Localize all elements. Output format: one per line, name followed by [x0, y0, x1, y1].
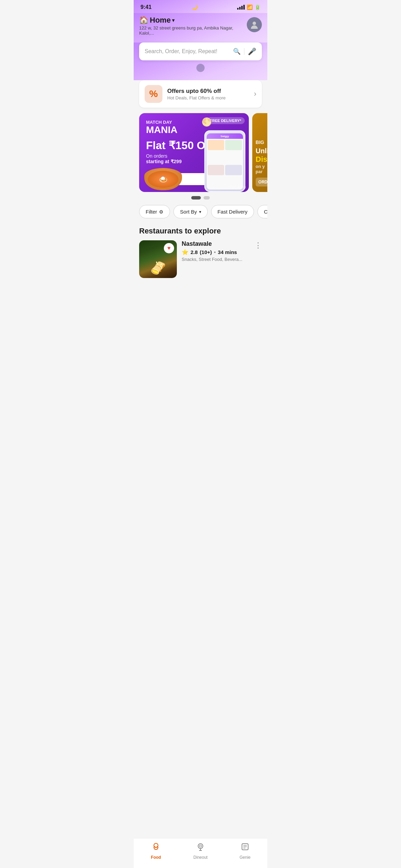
battery-icon: 🔋 [255, 4, 260, 10]
review-count: (10+) [200, 249, 212, 255]
restaurant-image: 🫔 ♥ [139, 240, 177, 278]
phone-screen-bar: Swiggy [207, 133, 243, 139]
dis-text: Dis [256, 155, 267, 164]
svg-point-0 [253, 22, 256, 25]
star-icon: ⭐ [182, 249, 189, 255]
offers-icon-wrap: % [145, 85, 162, 103]
cuisines-label: Cuisines [264, 209, 267, 215]
status-time: 9:41 [141, 4, 151, 10]
restaurant-card[interactable]: 🫔 ♥ Nastawale ⭐ 2.8 (10+) • 34 mins Snac… [134, 240, 267, 285]
header: 🏠 Home ▾ 122 w, 32 street greens burg pa… [134, 13, 267, 43]
favorite-button[interactable]: ♥ [164, 243, 174, 253]
offers-percent-icon: % [149, 88, 158, 99]
main-content: % Offers upto 60% off Hot Deals, Flat Of… [134, 80, 267, 319]
phone-screen: Swiggy [207, 133, 243, 190]
location-title[interactable]: 🏠 Home ▾ [139, 16, 235, 25]
search-placeholder: Search, Order, Enjoy, Repeat! [145, 48, 230, 55]
sort-by-pill[interactable]: Sort By ▾ [173, 205, 207, 218]
promo-card-secondary[interactable]: BIG Unli Dis on y par ORD [252, 113, 267, 192]
ord-button[interactable]: ORD [256, 178, 267, 186]
phone-mockup: Swiggy [204, 130, 245, 192]
carousel-dots [134, 196, 267, 200]
scroll-indicator [139, 64, 262, 72]
big-badge: BIG [256, 140, 264, 145]
sort-by-label: Sort By [180, 209, 197, 215]
offers-subtitle: Hot Deals, Flat Offers & more [167, 95, 249, 100]
food-bowl: 🍛 [144, 168, 182, 192]
rating-separator: • [214, 249, 216, 255]
par-text: par [256, 169, 263, 174]
filter-settings-icon: ⚙ [159, 209, 163, 215]
heart-icon: ♥ [167, 245, 171, 251]
restaurant-name: Nastawale [182, 240, 262, 248]
phone-screen-content [207, 139, 243, 190]
status-icons: 📶 🔋 [237, 4, 260, 10]
promo-card-main[interactable]: FREE DELIVERY* 🌕 MATCH DAY MANIA Flat ₹1… [139, 113, 249, 192]
restaurant-info: Nastawale ⭐ 2.8 (10+) • 34 mins Snacks, … [182, 240, 262, 263]
more-options-button[interactable]: ⋮ [254, 242, 262, 249]
tc-apply: *T&C Apply [229, 185, 246, 189]
header-left: 🏠 Home ▾ 122 w, 32 street greens burg pa… [139, 16, 235, 36]
carousel-track: FREE DELIVERY* 🌕 MATCH DAY MANIA Flat ₹1… [134, 113, 267, 192]
fast-delivery-pill[interactable]: Fast Delivery [211, 205, 254, 218]
signal-icon [237, 5, 245, 10]
search-icon[interactable]: 🔍 [233, 48, 241, 55]
section-title: Restaurants to explore [134, 224, 267, 240]
offers-title: Offers upto 60% off [167, 88, 249, 95]
offers-chevron-icon: › [254, 89, 256, 98]
cuisines-pill[interactable]: Cuisines ▾ [257, 205, 267, 218]
restaurant-row: 🫔 ♥ Nastawale ⭐ 2.8 (10+) • 34 mins Snac… [134, 240, 267, 285]
filter-row: Filter ⚙ Sort By ▾ Fast Delivery Cuisine… [134, 205, 267, 224]
search-divider [244, 48, 244, 55]
offers-banner[interactable]: % Offers upto 60% off Hot Deals, Flat Of… [139, 80, 262, 108]
dot-2 [204, 196, 210, 200]
filter-label: Filter [146, 209, 157, 215]
location-address: 122 w, 32 street greens burg pa, Ambika … [139, 25, 235, 36]
status-bar: 9:41 🌙 📶 🔋 [134, 0, 267, 13]
match-day-small: MATCH DAY [146, 120, 242, 125]
rating-value: 2.8 [191, 249, 198, 255]
filter-pill[interactable]: Filter ⚙ [139, 205, 170, 218]
wifi-icon: 📶 [247, 4, 253, 10]
offers-text: Offers upto 60% off Hot Deals, Flat Offe… [167, 88, 249, 100]
home-icon: 🏠 [139, 16, 148, 25]
restaurant-cuisine: Snacks, Street Food, Bevera... [182, 257, 262, 262]
delivery-time: 34 mins [218, 249, 237, 255]
fast-delivery-label: Fast Delivery [218, 209, 248, 215]
promo-carousel: FREE DELIVERY* 🌕 MATCH DAY MANIA Flat ₹1… [134, 113, 267, 192]
avatar-button[interactable] [247, 17, 262, 32]
chevron-down-icon: ▾ [172, 17, 174, 23]
search-bar[interactable]: Search, Order, Enjoy, Repeat! 🔍 🎤 [139, 43, 262, 60]
moon-icon: 🌙 [192, 4, 197, 10]
chevron-down-sort-icon: ▾ [199, 209, 201, 214]
restaurant-rating: ⭐ 2.8 (10+) • 34 mins [182, 249, 262, 255]
mic-icon[interactable]: 🎤 [248, 47, 256, 56]
dot-1 [191, 196, 201, 200]
search-container: Search, Order, Enjoy, Repeat! 🔍 🎤 [134, 43, 267, 80]
location-name: Home [150, 16, 171, 25]
on-y-text: on y [256, 164, 265, 169]
unli-text: Unli [256, 147, 267, 155]
